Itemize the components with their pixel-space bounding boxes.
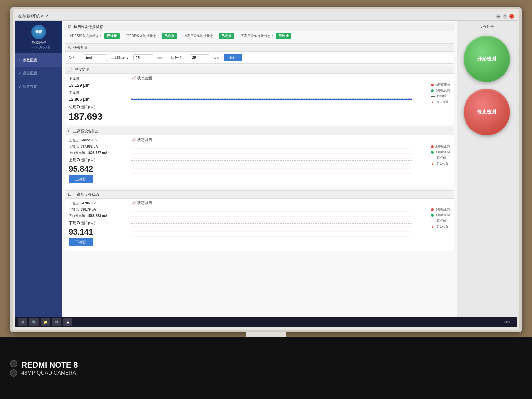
legend-triangle-1: ▲ <box>431 99 434 105</box>
upper-legend-item-2: 下厚度正向 <box>431 149 450 155</box>
sidebar-item-params[interactable]: 1. 参数配置 <box>15 54 62 67</box>
lower-legend-label-1: 下厚度正向 <box>435 207 450 212</box>
maximize-button[interactable]: □ <box>503 14 507 19</box>
config-icon: ⊙ <box>68 45 71 50</box>
lower-calibrate-button[interactable]: 下标额 <box>69 238 93 246</box>
taskbar-app[interactable]: ▣ <box>63 318 72 326</box>
conn-item-hv-up: 上高压设备连接状态： 已连接 <box>184 33 234 39</box>
legend-dot-red-1 <box>431 84 434 86</box>
stop-button[interactable]: 停止检测 <box>464 89 510 135</box>
lower-lamp-value: 1588.353 mA <box>87 214 108 218</box>
upper-device-chart-title: 状态监测 <box>137 137 152 142</box>
connection-icon: ☑ <box>68 25 72 29</box>
upper-device-chart-svg <box>131 144 412 177</box>
upper-unit: g/㎡ <box>157 55 163 60</box>
lower-device-icon: ☐ <box>68 192 71 197</box>
upper-device-chart-col: 📈 状态监测 <box>128 135 454 188</box>
thickness-chart-area: 总厚度正向 总厚度反向 目标值 <box>131 82 451 115</box>
upper-lamp-label: 上灯丝电流: <box>69 151 86 155</box>
thickness-monitor-section: 📈 厚度监测 上厚度: 13.129 μm 下厚度: 12.806 μm 总用Z… <box>65 66 454 125</box>
camera-circle-1 <box>10 360 17 367</box>
lower-voltage-value: 24786.3 V <box>81 201 96 205</box>
lower-device-section: ☐ 下高压设备状态 下管压: 24786.3 V 下管流: 396.79 μA <box>65 190 454 251</box>
right-panel: 设备启停 开始检测 停止检测 <box>457 21 517 317</box>
taskbar-mail[interactable]: ✉ <box>52 318 61 326</box>
monitor-screen: 检测控制系统 v1.2 — □ ✕ 无锡 无锡瑞金恒 ——一体化解决方案 1. … <box>15 12 517 327</box>
sidebar-item-history[interactable]: 3. 历史数据 <box>15 80 62 93</box>
taskbar-time: 14:30 <box>504 320 511 324</box>
lower-legend-item-4: ▲ 探头位置 <box>431 224 450 230</box>
legend-label-1: 总厚度正向 <box>435 82 450 88</box>
upper-legend-line <box>431 158 435 158</box>
legend-line-1 <box>431 96 435 97</box>
conn-badge-fdp-down: 已连接 <box>162 33 177 39</box>
legend-item-3: 目标值 <box>431 93 450 99</box>
logo-circle: 无锡 <box>31 25 46 39</box>
lower-target-input[interactable] <box>190 54 209 61</box>
logo-text: 无锡瑞金恒 <box>18 41 59 45</box>
lower-zn-value: 93.141 <box>69 227 124 237</box>
phone-bar: REDMI NOTE 8 48MP QUAD CAMERA <box>0 337 532 399</box>
save-button[interactable]: 保存 <box>224 54 242 61</box>
monitor-frame: 检测控制系统 v1.2 — □ ✕ 无锡 无锡瑞金恒 ——一体化解决方案 1. … <box>10 7 522 332</box>
sidebar-item-device[interactable]: 2. 设备配置 <box>15 67 62 80</box>
start-button[interactable]: 开始检测 <box>464 36 510 82</box>
taskbar-search[interactable]: 🔍 <box>29 318 39 326</box>
lower-current-item: 下管流: 396.79 μA <box>69 207 124 212</box>
connection-header: ☑ 检测设备连接状态 <box>65 23 454 31</box>
upper-lamp-value: 1628.787 mA <box>87 151 108 155</box>
legend-label-2: 总厚度反向 <box>435 88 450 93</box>
thickness-chart-header: 📈 状态监测 <box>131 76 451 81</box>
conn-item-hv-down: 下高压设备连接状态： 已连接 <box>241 33 291 39</box>
phone-brand: REDMI NOTE 8 48MP QUAD CAMERA <box>21 360 78 376</box>
conn-item-fdp-down: 下FDP设备连接状态： 已连接 <box>126 33 177 39</box>
upper-legend-item-1: 上厚度正向 <box>431 144 450 149</box>
lower-device-chart-title: 状态监测 <box>137 200 152 205</box>
lower-device-chart-header: 📈 状态监测 <box>131 200 451 205</box>
lower-unit: g/㎡ <box>213 55 219 60</box>
thickness-chart-col: 📈 状态监测 <box>128 74 454 125</box>
thickness-status-col: 上厚度: 13.129 μm 下厚度: 12.806 μm 总用Zn量(g/㎡)… <box>65 74 128 125</box>
camera-circles <box>10 360 17 377</box>
phone-info-block: REDMI NOTE 8 48MP QUAD CAMERA <box>10 360 78 377</box>
phone-camera-desc: 48MP QUAD CAMERA <box>21 370 78 376</box>
upper-legend-dot-green <box>431 151 434 154</box>
lower-lamp-item: 下灯丝电流: 1588.353 mA <box>69 214 124 218</box>
legend-item-4: ▲ 探头位置 <box>431 99 450 105</box>
taskbar-start[interactable]: ⊞ <box>18 318 27 326</box>
upper-zn-value: 95.842 <box>69 164 124 174</box>
lower-device-status-col: 下管压: 24786.3 V 下管流: 396.79 μA 下灯丝电流: 158… <box>65 199 128 251</box>
minimize-button[interactable]: — <box>496 14 501 19</box>
upper-legend-triangle: ▲ <box>431 161 434 167</box>
chart-icon-3: 📈 <box>131 201 136 205</box>
upper-legend-item-3: 目标值 <box>431 155 450 161</box>
taskbar-files[interactable]: 📁 <box>41 318 50 326</box>
conn-badge-dps-up: 已连接 <box>104 33 120 39</box>
camera-circle-2 <box>10 369 17 377</box>
conn-label-hv-down: 下高压设备连接状态： <box>241 34 274 38</box>
lower-voltage-label: 下管压: <box>69 201 80 205</box>
upper-target-input[interactable] <box>133 54 153 61</box>
chart-icon-1: 📈 <box>131 76 136 80</box>
upper-current-value: 397.962 μA <box>81 145 98 148</box>
upper-calibrate-button[interactable]: 上标额 <box>69 175 93 183</box>
upper-legend-label-3: 目标值 <box>437 155 446 161</box>
upper-lamp-item: 上灯丝电流: 1628.787 mA <box>69 151 124 155</box>
upper-legend-label-4: 探头位置 <box>436 161 448 167</box>
chart-icon-2: 📈 <box>131 138 136 142</box>
lower-device-chart-area: 下厚度正向 下厚度反向 目标值 <box>131 207 451 240</box>
right-panel-title: 设备启停 <box>479 24 494 29</box>
lower-target-label: 下目标值： <box>167 55 186 60</box>
legend-label-4: 探头位置 <box>436 99 448 105</box>
batch-input[interactable] <box>84 54 107 61</box>
batch-label: 型号： <box>69 55 80 60</box>
lower-legend-item-3: 目标值 <box>431 218 450 224</box>
connection-section: ☑ 检测设备连接状态 上DPS设备连接状态： 已连接 下FDP设备连接状态： 已… <box>65 23 454 41</box>
task-config-title: 任务配置 <box>73 45 88 50</box>
conn-badge-hv-down: 已连接 <box>276 33 291 39</box>
close-button[interactable]: ✕ <box>509 14 514 19</box>
sidebar-logo: 无锡 无锡瑞金恒 ——一体化解决方案 <box>15 21 62 54</box>
conn-item-dps-up: 上DPS设备连接状态： 已连接 <box>69 33 120 39</box>
lower-thickness-value: 12.806 μm <box>69 97 124 102</box>
conn-badge-hv-up: 已连接 <box>219 33 234 39</box>
